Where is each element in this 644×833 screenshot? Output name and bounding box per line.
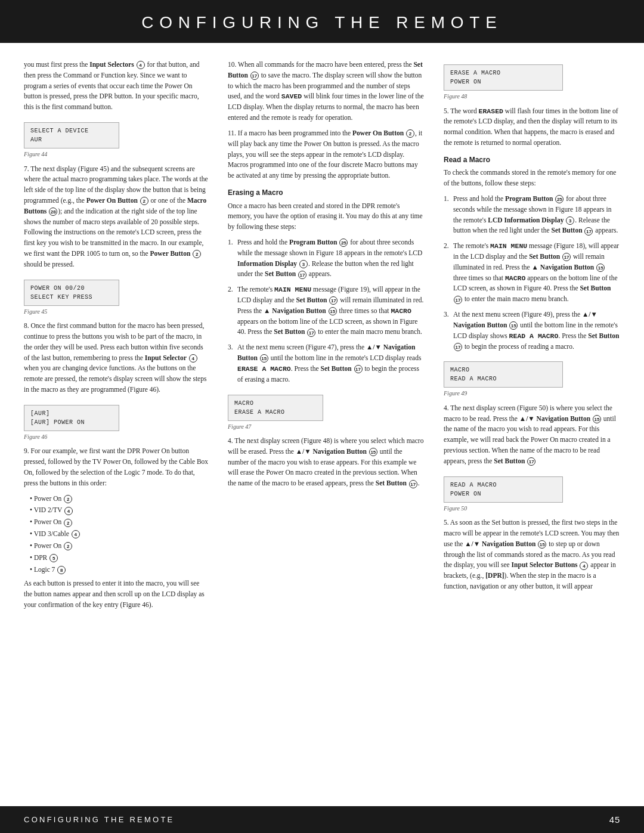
erase-step-3: At the next menu screen (Figure 47), pre…	[228, 342, 425, 385]
circle-17a: 17	[250, 72, 259, 80]
list-item: VID 2/TV 4	[30, 505, 209, 516]
left-para7: 7. The next display (Figure 45) and the …	[24, 164, 209, 270]
left-para9: 9. For our example, we first want the DP…	[24, 446, 209, 488]
read-step-1: Press and hold the Program Button 25 for…	[444, 194, 620, 236]
right-para5-read: 5. As soon as the Set button is pressed,…	[444, 518, 620, 592]
middle-para11: 11. If a macro has been programmed into …	[228, 128, 425, 181]
col-middle: 10. When all commands for the macro have…	[228, 60, 425, 615]
list-item: Power On 2	[30, 517, 209, 528]
right-para5-erase: 5. The word ERASED will flash four times…	[444, 106, 620, 148]
left-para9b: As each button is pressed to enter it in…	[24, 578, 209, 610]
circle-28: 28	[49, 208, 57, 216]
header-title: CONFIGURING THE REMOTE	[141, 13, 503, 32]
read-intro: To check the commands stored in the remo…	[444, 168, 620, 189]
middle-para10: 10. When all commands for the macro have…	[228, 60, 425, 123]
col-left: you must first press the Input Selectors…	[24, 60, 209, 615]
read-step-2: The remote's MAIN MENU message (Figure 1…	[444, 241, 620, 305]
circle-4a: 4	[137, 61, 145, 69]
middle-para-erase4: 4. The next display screen (Figure 48) i…	[228, 436, 425, 489]
button-order-list: Power On 2 VID 2/TV 4 Power On 2 VID 3/C…	[24, 494, 209, 575]
read-heading: Read a Macro	[444, 154, 620, 166]
circle-2a: 2	[140, 197, 148, 205]
left-intro: you must first press the Input Selectors…	[24, 60, 209, 113]
circle-2c: 2	[406, 129, 414, 138]
lcd-figure50: READ A MACRO POWER ON	[444, 476, 563, 503]
fig48-label: Figure 48	[444, 92, 620, 101]
erase-steps-list: Press and hold the Program Button 25 for…	[228, 237, 425, 385]
read-steps-list: Press and hold the Program Button 25 for…	[444, 194, 620, 352]
fig44-label: Figure 44	[24, 150, 209, 159]
right-para4-read: 4. The next display screen (Figure 50) i…	[444, 403, 620, 467]
list-item: Power On 2	[30, 541, 209, 552]
list-item: Power On 2	[30, 494, 209, 504]
fig49-label: Figure 49	[444, 389, 620, 398]
lcd-figure46: [AUR] [AUR] POWER ON	[24, 405, 119, 431]
circle-4b: 4	[189, 354, 197, 363]
page-footer: CONFIGURING THE REMOTE 45	[0, 806, 644, 833]
list-item: DPR 5	[30, 553, 209, 563]
erasing-heading: Erasing a Macro	[228, 187, 425, 199]
fig46-label: Figure 46	[24, 432, 209, 442]
left-para8: 8. Once the first command button for the…	[24, 321, 209, 395]
footer-title: CONFIGURING THE REMOTE	[24, 815, 175, 824]
fig47-label: Figure 47	[228, 422, 425, 432]
lcd-figure45: POWER ON 00/20 SELECT KEY PRESS	[24, 280, 119, 306]
erasing-intro: Once a macro has been created and stored…	[228, 201, 425, 233]
content-area: you must first press the Input Selectors…	[0, 43, 644, 627]
lcd-figure49: MACRO READ A MACRO	[444, 361, 563, 388]
col-right: ERASE A MACRO POWER ON Figure 48 5. The …	[444, 60, 620, 615]
lcd-figure48: ERASE A MACRO POWER ON	[444, 64, 563, 91]
list-item: VID 3/Cable 4	[30, 529, 209, 540]
erase-step-2: The remote's MAIN MENU message (Figure 1…	[228, 284, 425, 337]
lcd-figure47: MACRO ERASE A MACRO	[228, 395, 323, 421]
footer-page: 45	[609, 815, 620, 825]
lcd-figure44: SELECT A DEVICE AUR	[24, 122, 119, 148]
page-header: CONFIGURING THE REMOTE	[0, 0, 644, 43]
circle-2b: 2	[193, 250, 201, 258]
fig50-label: Figure 50	[444, 504, 620, 513]
list-item: Logic 7 8	[30, 565, 209, 575]
erase-step-1: Press and hold the Program Button 25 for…	[228, 237, 425, 280]
fig45-label: Figure 45	[24, 307, 209, 317]
read-step-3: At the next menu screen (Figure 49), pre…	[444, 309, 620, 352]
